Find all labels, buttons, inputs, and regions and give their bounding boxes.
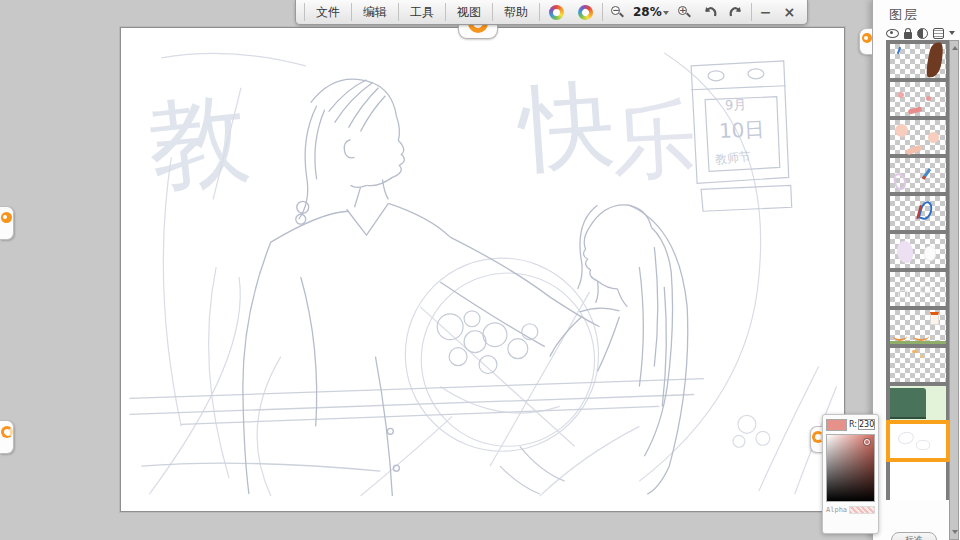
layer-thumbnail-skin[interactable] <box>890 120 946 158</box>
menu-edit-label: 编辑 <box>363 4 387 21</box>
redo-button[interactable] <box>723 0 749 24</box>
color-tool-button[interactable] <box>542 0 571 24</box>
redo-icon <box>728 4 744 20</box>
menu-view-label: 视图 <box>457 4 481 21</box>
orange-dot-icon <box>1 212 12 223</box>
minimize-icon: − <box>760 4 772 20</box>
layers-panel-title: 图层 <box>889 6 919 24</box>
layer-options-icon[interactable] <box>933 28 944 39</box>
calendar-month: 9月 <box>725 97 747 113</box>
toolbar-separator <box>351 3 352 21</box>
alpha-slider[interactable] <box>849 506 875 514</box>
zoom-in-button[interactable]: + <box>672 0 697 24</box>
layer-thumbnail-blush[interactable] <box>890 82 946 120</box>
layers-panel: 图层 标准 <box>872 0 960 540</box>
close-button[interactable]: × <box>777 0 801 24</box>
saturation-value-gradient[interactable] <box>826 434 875 502</box>
toolbar-separator <box>492 3 493 21</box>
left-panel-tab-2[interactable] <box>0 420 14 454</box>
tool-popup-handle[interactable] <box>458 24 498 39</box>
zoom-level-display[interactable]: 28% <box>630 0 672 24</box>
left-panel-tab-1[interactable] <box>0 206 14 240</box>
zoom-in-icon: + <box>677 5 692 20</box>
toolbar-separator <box>304 3 305 21</box>
pencil-sketch: 教 快 乐 <box>121 28 844 511</box>
layers-scrollbar[interactable] <box>949 40 959 540</box>
toolbar-separator <box>602 3 603 21</box>
greeting-char-1: 教 <box>143 80 254 205</box>
menu-tools-label: 工具 <box>410 4 434 21</box>
layer-thumbnail-orange-marks[interactable] <box>890 348 946 386</box>
menu-file-label: 文件 <box>316 4 340 21</box>
undo-button[interactable] <box>697 0 723 24</box>
greeting-char-3: 乐 <box>609 88 699 191</box>
zoom-out-button[interactable]: − <box>605 0 630 24</box>
minimize-button[interactable]: − <box>754 0 778 24</box>
scroll-up-icon[interactable] <box>952 43 958 50</box>
layer-thumbnail-hair[interactable] <box>890 44 946 82</box>
layer-thumbnail-ribbon[interactable] <box>890 196 946 234</box>
menu-tools[interactable]: 工具 <box>401 0 443 24</box>
calendar-festival: 教师节 <box>714 149 751 167</box>
orange-dot-icon <box>862 33 872 43</box>
menu-file[interactable]: 文件 <box>307 0 349 24</box>
color-wheel-icon <box>575 1 596 22</box>
color-picker-header: R: 230 <box>826 418 875 431</box>
red-channel-input[interactable]: 230 <box>858 419 875 430</box>
undo-icon <box>702 4 718 20</box>
paint-app-window: { "app": { "accent_color": "#f7941d", "w… <box>0 0 960 540</box>
girl-figure-sketch <box>550 205 688 494</box>
alpha-label: Alpha <box>826 506 847 514</box>
calendar-day: 10日 <box>718 118 764 143</box>
menu-view[interactable]: 视图 <box>448 0 490 24</box>
zoom-out-icon: − <box>610 5 625 20</box>
alpha-row: Alpha <box>826 506 875 514</box>
toolbar-separator <box>751 3 752 21</box>
greeting-char-2: 快 <box>513 68 618 185</box>
drawing-canvas[interactable]: 教 快 乐 <box>120 27 845 512</box>
close-icon: × <box>783 4 795 20</box>
main-toolbar: 文件 编辑 工具 视图 帮助 − 28% + − × <box>295 0 808 25</box>
blend-halfcircle-icon[interactable] <box>917 28 928 39</box>
visibility-eye-icon[interactable] <box>886 29 899 38</box>
toolbar-separator <box>445 3 446 21</box>
current-color-swatch[interactable] <box>826 419 847 431</box>
layer-list <box>886 40 950 500</box>
chevron-down-icon <box>663 11 669 18</box>
layer-thumbnail-accessory[interactable] <box>890 158 946 196</box>
menu-help[interactable]: 帮助 <box>495 0 537 24</box>
red-channel-label: R: <box>849 420 857 429</box>
layer-thumbnail-white-background[interactable] <box>890 462 946 500</box>
layer-thumbnail-blackboard[interactable] <box>890 386 946 424</box>
layer-thumbnail-lineart-selected[interactable] <box>890 424 946 462</box>
blend-mode-button[interactable]: 标准 <box>891 532 937 540</box>
lock-icon[interactable] <box>904 32 912 39</box>
layers-panel-toolbar <box>886 27 955 39</box>
zoom-level-value: 28% <box>633 5 662 19</box>
color-picker-panel: R: 230 Alpha <box>822 414 879 534</box>
toolbar-separator <box>539 3 540 21</box>
layers-panel-collapse-handle[interactable] <box>859 28 872 55</box>
layer-thumbnail-bottle[interactable] <box>890 310 946 348</box>
chevron-down-icon[interactable] <box>949 31 955 38</box>
layer-thumbnail-faint-sketch[interactable] <box>890 272 946 310</box>
color-cursor-icon[interactable] <box>864 439 870 445</box>
orange-ring-icon <box>1 426 13 438</box>
palette-tool-button[interactable] <box>571 0 600 24</box>
color-wheel-icon <box>549 5 564 20</box>
scroll-down-icon[interactable] <box>952 530 958 537</box>
toolbar-separator <box>398 3 399 21</box>
menu-edit[interactable]: 编辑 <box>354 0 396 24</box>
layer-thumbnail-purple-shapes[interactable] <box>890 234 946 272</box>
menu-help-label: 帮助 <box>504 4 528 21</box>
